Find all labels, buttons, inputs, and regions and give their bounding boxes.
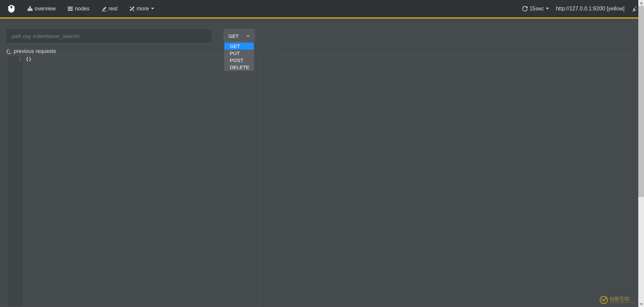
editor-gutter: 1	[7, 56, 24, 307]
plug-icon[interactable]	[631, 6, 637, 12]
method-option-delete[interactable]: DELETE	[224, 64, 254, 71]
sitemap-icon	[28, 6, 33, 11]
nav-more-label: more	[137, 6, 149, 12]
response-panel	[280, 55, 637, 307]
previous-requests-label: previous requests	[14, 48, 56, 54]
svg-rect-0	[68, 6, 73, 7]
nav-nodes-label: nodes	[75, 6, 90, 12]
line-number: 1	[7, 56, 23, 62]
watermark-sub: CHUANG XIN HU LIAN	[609, 301, 635, 304]
history-icon	[7, 49, 12, 54]
nav-rest-label: rest	[109, 6, 118, 12]
previous-requests[interactable]: previous requests	[7, 48, 637, 54]
nav-rest[interactable]: rest	[97, 3, 122, 14]
watermark-text: 创新互联 CHUANG XIN HU LIAN	[609, 296, 635, 304]
chevron-down-icon	[246, 34, 250, 38]
editor-content[interactable]: {}	[24, 56, 260, 307]
request-editor[interactable]: 1 {}	[7, 55, 260, 307]
edit-icon	[102, 6, 107, 11]
method-option-get[interactable]: GET	[224, 43, 254, 50]
panels: 1 {}	[7, 55, 637, 307]
svg-rect-1	[68, 8, 73, 9]
host-label: http://127.0.0.1:9200 [yellow]	[556, 6, 625, 12]
caret-down-icon	[546, 7, 549, 10]
method-dropdown: GET PUT POST DELETE	[224, 42, 254, 71]
scroll-down-arrow[interactable]	[638, 301, 644, 307]
nav-nodes[interactable]: nodes	[63, 3, 94, 14]
refresh-label: 15sec	[530, 6, 544, 12]
watermark-logo-icon	[599, 296, 608, 304]
watermark-main: 创新互联	[609, 296, 635, 301]
nav-overview[interactable]: overview	[23, 3, 60, 14]
refresh-interval[interactable]: 15sec	[522, 6, 549, 12]
scroll-up-arrow[interactable]	[638, 0, 644, 6]
app-logo	[7, 4, 16, 13]
navbar: overview nodes rest more 15sec	[0, 0, 644, 17]
method-select-container: GET GET PUT POST DELETE	[224, 30, 254, 42]
main-content: GET GET PUT POST DELETE previous request…	[0, 18, 644, 307]
magic-icon	[129, 6, 135, 11]
method-option-put[interactable]: PUT	[224, 50, 254, 57]
scroll-thumb[interactable]	[638, 6, 644, 197]
method-select[interactable]: GET	[224, 30, 254, 42]
method-selected: GET	[228, 33, 239, 39]
watermark: 创新互联 CHUANG XIN HU LIAN	[599, 296, 635, 304]
path-input[interactable]	[7, 30, 211, 42]
nav-more[interactable]: more	[125, 3, 159, 14]
method-option-post[interactable]: POST	[224, 57, 254, 64]
nav-overview-label: overview	[35, 6, 56, 12]
page-scrollbar[interactable]	[638, 0, 644, 307]
refresh-icon	[522, 6, 528, 11]
request-panel: 1 {}	[7, 55, 260, 307]
caret-down-icon	[151, 7, 154, 10]
svg-rect-2	[68, 10, 73, 11]
scroll-track[interactable]	[638, 6, 644, 301]
list-icon	[68, 6, 73, 11]
request-row: GET GET PUT POST DELETE	[7, 30, 637, 42]
